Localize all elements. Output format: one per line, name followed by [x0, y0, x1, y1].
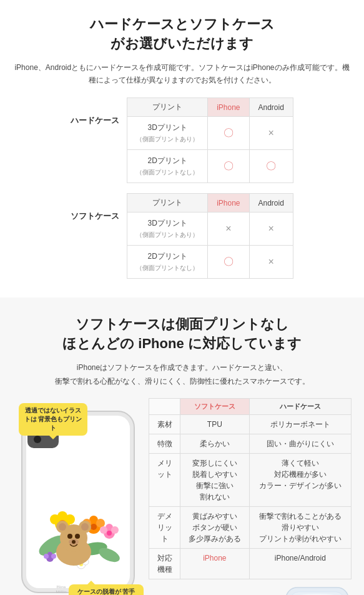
phone-area: 透過ではないイラストは 背景色もプリント	[12, 398, 144, 595]
col-iphone-hard: iPhone	[208, 98, 249, 117]
hard-case-image	[283, 584, 352, 595]
section1-title: ハードケースとソフトケース がお選びいただけます	[12, 15, 352, 54]
comp-soft-cell: 柔らかい	[180, 434, 250, 454]
speech-bubble-top: 透過ではないイラストは 背景色もプリント	[19, 403, 87, 436]
table-row: 2Dプリント（側面プリントなし）	[127, 150, 208, 183]
comparison-table: ソフトケース ハードケース 素材 TPU ポリカーボネート 特徴 柔らかい 固い…	[149, 398, 352, 579]
svg-point-37	[59, 523, 66, 531]
svg-point-28	[44, 554, 49, 559]
hard-case-label: ハードケース	[71, 115, 123, 126]
table-row: 2Dプリント（側面プリントなし）	[127, 246, 208, 279]
col-print2: プリント	[127, 194, 208, 212]
table-row: 3Dプリント（側面プリントあり）	[127, 117, 208, 150]
comp-hard-cell: 薄くて軽い対応機種が多いカラー・デザインが多い	[249, 454, 351, 507]
section2-title: ソフトケースは側面プリントなし ほとんどの iPhone に対応しています	[12, 315, 352, 354]
col-android-soft: Android	[249, 194, 293, 212]
svg-point-22	[111, 526, 119, 534]
table-cell-android: ×	[249, 246, 293, 279]
section2-desc: iPhoneはソフトケースを作成できます。ハードケースと違い、 衝撃で割れる心配…	[12, 361, 352, 388]
table-cell-iphone: 〇	[208, 246, 249, 279]
col-print: プリント	[127, 98, 208, 117]
table-cell-android: 〇	[249, 150, 293, 183]
svg-point-27	[51, 554, 56, 559]
section1: ハードケースとソフトケース がお選びいただけます iPhone、Androidと…	[0, 0, 364, 291]
soft-header: ソフトケース	[180, 399, 250, 415]
soft-case-table: プリント iPhone Android 3Dプリント（側面プリントあり） × ×…	[127, 193, 293, 279]
svg-point-39	[81, 523, 89, 531]
table-cell-android: ×	[249, 212, 293, 246]
svg-point-40	[67, 534, 72, 539]
hard-header: ハードケース	[249, 399, 351, 415]
svg-point-23	[100, 526, 107, 534]
svg-text:Millio: Millio	[56, 589, 67, 594]
col-iphone-soft: iPhone	[208, 194, 249, 212]
comp-hard-cell: iPhone/Android	[249, 549, 351, 579]
svg-point-19	[91, 524, 97, 530]
table-cell-iphone: 〇	[208, 150, 249, 183]
svg-point-5	[34, 436, 41, 443]
comp-soft-cell: 変形しにくい脱着しやすい衝撃に強い割れない	[180, 454, 250, 507]
section1-desc: iPhone、Androidともにハードケースを作成可能です。ソフトケースはiP…	[12, 61, 352, 87]
table-cell-iphone: 〇	[208, 117, 249, 150]
soft-case-label: ソフトケース	[71, 211, 123, 222]
comp-hard-cell: 衝撃で割れることがある滑りやすいプリントが剥がれやすい	[249, 507, 351, 549]
comp-hard-cell: 固い・曲がりにくい	[249, 434, 351, 454]
hard-case-table: プリント iPhone Android 3Dプリント（側面プリントあり） 〇 ×…	[127, 98, 293, 183]
table-cell-android: ×	[249, 117, 293, 150]
col-android-hard: Android	[249, 98, 293, 117]
table-row: 3Dプリント（側面プリントあり）	[127, 212, 208, 246]
phone-mockup: Bless Millio	[19, 408, 137, 595]
svg-text:Bless: Bless	[56, 584, 66, 589]
comp-row-label: メリット	[149, 454, 180, 507]
svg-point-41	[75, 534, 80, 539]
comp-row-label: 素材	[149, 415, 180, 434]
comp-hard-cell: ポリカーボネート	[249, 415, 351, 434]
comp-soft-cell: 黄ばみやすいボタンが硬い多少厚みがある	[180, 507, 250, 549]
section2: ソフトケースは側面プリントなし ほとんどの iPhone に対応しています iP…	[0, 298, 364, 595]
svg-point-24	[107, 531, 112, 536]
comp-row-label: デメリット	[149, 507, 180, 549]
svg-point-43	[72, 540, 76, 544]
table-cell-iphone: ×	[208, 212, 249, 246]
svg-point-17	[96, 519, 105, 528]
comp-soft-cell: TPU	[180, 415, 250, 434]
comp-row-label: 特徴	[149, 434, 180, 454]
comparison-area: 透過ではないイラストは 背景色もプリント	[12, 398, 352, 595]
speech-bubble-bottom: ケースの脱着が 苦手な方におすすめ。	[69, 584, 144, 595]
comp-soft-cell: iPhone	[180, 549, 250, 579]
comp-row-label: 対応機種	[149, 549, 180, 579]
